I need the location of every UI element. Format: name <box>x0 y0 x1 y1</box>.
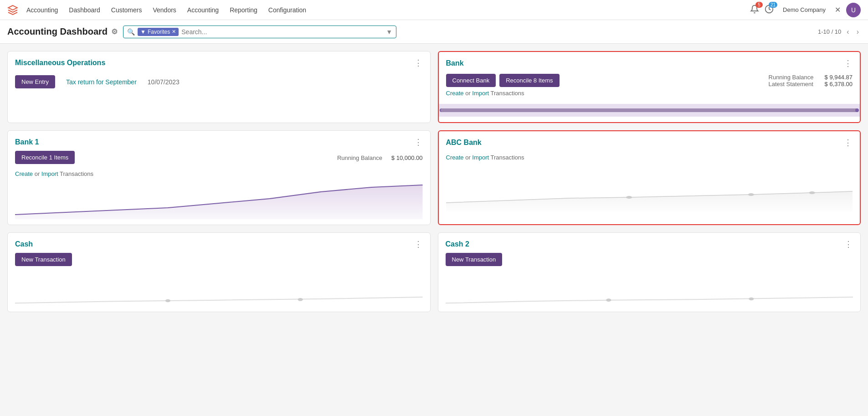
tax-return-date: 10/07/2023 <box>148 78 180 86</box>
nav-customers[interactable]: Customers <box>107 5 147 15</box>
svg-point-4 <box>748 193 754 196</box>
favorites-filter-tag[interactable]: ▼ Favorites ✕ <box>138 28 179 36</box>
bank1-running-balance-value: $ 10,000.00 <box>391 154 423 161</box>
nav-configuration[interactable]: Configuration <box>264 5 311 15</box>
cash2-header: Cash 2 ⋮ <box>438 233 861 253</box>
bank1-body: Reconcile 1 Items Running Balance $ 10,0… <box>8 151 430 225</box>
bank1-reconcile-button[interactable]: Reconcile 1 Items <box>15 151 75 164</box>
next-page-button[interactable]: › <box>855 27 861 37</box>
new-entry-button[interactable]: New Entry <box>15 75 55 88</box>
nav-reporting[interactable]: Reporting <box>225 5 262 15</box>
bank-right-col: Running Balance $ 9,944.87 Latest Statem… <box>769 74 853 87</box>
misc-ops-menu-icon[interactable]: ⋮ <box>414 58 423 68</box>
abc-bank-title: ABC Bank <box>446 139 482 147</box>
running-balance-label: Running Balance <box>769 74 814 81</box>
reconcile-button[interactable]: Reconcile 8 Items <box>499 74 559 87</box>
abc-bank-import-link[interactable]: Import <box>472 154 489 161</box>
app-logo <box>7 5 18 15</box>
search-bar[interactable]: 🔍 ▼ Favorites ✕ ▼ <box>123 26 396 38</box>
svg-point-3 <box>626 196 632 199</box>
bank1-header: Bank 1 ⋮ <box>8 131 430 151</box>
abc-bank-or-text: or <box>465 154 472 161</box>
company-name: Demo Company <box>783 6 826 13</box>
cash2-new-transaction-button[interactable]: New Transaction <box>446 253 503 266</box>
misc-ops-title: Miscellaneous Operations <box>15 59 105 67</box>
search-input[interactable] <box>181 28 383 36</box>
cash-new-transaction-button[interactable]: New Transaction <box>15 253 72 266</box>
latest-statement-label: Latest Statement <box>769 81 813 87</box>
abc-bank-transactions-label: Transactions <box>491 154 524 161</box>
svg-point-9 <box>749 298 754 301</box>
page-title-area: Accounting Dashboard ⚙ <box>7 26 118 37</box>
nav-accounting-menu[interactable]: Accounting <box>183 5 223 15</box>
bank1-menu-icon[interactable]: ⋮ <box>414 137 423 147</box>
search-dropdown-icon[interactable]: ▼ <box>386 28 392 36</box>
abc-bank-create-link[interactable]: Create <box>446 154 464 161</box>
main-content: Miscellaneous Operations ⋮ New Entry Tax… <box>0 44 868 319</box>
bank-btn-group: Connect Bank Reconcile 8 Items <box>446 74 769 87</box>
svg-point-7 <box>298 298 303 301</box>
bank1-create-import-row: Create or Import Transactions <box>15 168 423 179</box>
svg-marker-1 <box>15 185 423 219</box>
filter-label: Favorites <box>148 29 170 35</box>
activity-count: 21 <box>769 2 777 8</box>
nav-accounting: Accounting <box>22 5 62 15</box>
misc-ops-row: New Entry Tax return for September 10/07… <box>15 72 423 92</box>
abc-bank-card: ABC Bank ⋮ Create or Import Transactions <box>438 130 861 225</box>
prev-page-button[interactable]: ‹ <box>845 27 851 37</box>
nav-vendors[interactable]: Vendors <box>148 5 180 15</box>
bank1-transactions-label: Transactions <box>60 170 93 177</box>
filter-icon: ▼ <box>140 29 146 35</box>
latest-statement-row: Latest Statement $ 6,378.00 <box>769 81 853 87</box>
bank-import-link[interactable]: Import <box>472 90 489 97</box>
connect-bank-button[interactable]: Connect Bank <box>446 74 496 87</box>
notification-bell[interactable]: 5 <box>750 5 759 15</box>
cash2-body: New Transaction <box>438 253 861 312</box>
bank1-import-link[interactable]: Import <box>41 170 58 177</box>
tax-return-label: Tax return for September <box>66 78 137 86</box>
nav-dashboard[interactable]: Dashboard <box>64 5 105 15</box>
cash-menu-icon[interactable]: ⋮ <box>414 239 423 249</box>
abc-bank-create-import-row: Create or Import Transactions <box>446 151 853 163</box>
bank-transactions-label: Transactions <box>491 90 524 97</box>
abc-bank-header: ABC Bank ⋮ <box>439 131 860 151</box>
bank1-or-text: or <box>35 170 41 177</box>
bank-header: Bank ⋮ <box>439 52 860 72</box>
cash2-title: Cash 2 <box>446 240 469 248</box>
user-avatar[interactable]: U <box>846 3 861 17</box>
misc-ops-body: New Entry Tax return for September 10/07… <box>8 72 430 98</box>
top-navigation: Accounting Dashboard Customers Vendors A… <box>0 0 868 20</box>
settings-gear-icon[interactable]: ⚙ <box>111 27 118 36</box>
latest-statement-value: $ 6,378.00 <box>825 81 853 87</box>
notification-count: 5 <box>755 2 763 8</box>
bank1-card: Bank 1 ⋮ Reconcile 1 Items Running Balan… <box>7 130 431 225</box>
bank-create-import-row: Create or Import Transactions <box>446 87 769 98</box>
page-title-text: Accounting Dashboard <box>7 26 108 37</box>
abc-bank-menu-icon[interactable]: ⋮ <box>844 138 853 148</box>
pagination: 1-10 / 10 ‹ › <box>818 27 861 37</box>
cash2-chart <box>446 270 853 306</box>
close-icon[interactable]: ✕ <box>835 5 841 14</box>
cash2-menu-icon[interactable]: ⋮ <box>844 239 853 249</box>
cash-header: Cash ⋮ <box>8 233 430 253</box>
bank-scroll-bar[interactable] <box>439 104 860 117</box>
pagination-label: 1-10 / 10 <box>818 28 841 35</box>
nav-icons: 5 21 Demo Company ✕ U <box>750 3 861 17</box>
bank-title: Bank <box>446 59 464 67</box>
filter-close-icon[interactable]: ✕ <box>172 29 176 35</box>
cash-body: New Transaction <box>8 253 430 312</box>
search-icon: 🔍 <box>127 28 135 36</box>
bank-menu-icon[interactable]: ⋮ <box>844 58 853 68</box>
bank-create-link[interactable]: Create <box>446 90 464 97</box>
svg-point-6 <box>165 299 170 303</box>
activity-icon[interactable]: 21 <box>765 5 774 15</box>
bank-left-col: Connect Bank Reconcile 8 Items Create or… <box>446 74 769 98</box>
bank1-title: Bank 1 <box>15 138 39 146</box>
bank1-running-balance-label: Running Balance <box>337 154 382 161</box>
bank1-create-link[interactable]: Create <box>15 170 33 177</box>
scroll-thumb <box>441 108 858 112</box>
abc-bank-body: Create or Import Transactions <box>439 151 860 217</box>
bank-content-row: Connect Bank Reconcile 8 Items Create or… <box>446 72 853 100</box>
bank-or-text: or <box>465 90 472 97</box>
misc-ops-header: Miscellaneous Operations ⋮ <box>8 51 430 72</box>
